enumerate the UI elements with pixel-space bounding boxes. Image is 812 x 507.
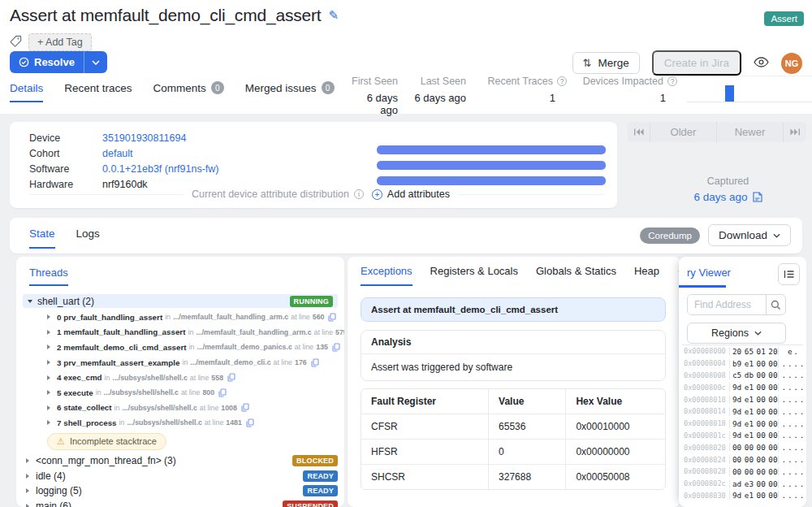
merge-arrows-icon: ⇅ [583, 57, 592, 69]
caret-right-icon[interactable] [47, 344, 50, 349]
thread-row[interactable]: <conn_mgr_mon_thread_fn> (3) BLOCKED [16, 453, 344, 469]
thread-row[interactable]: idle (4) READY [16, 468, 344, 483]
analysis-tabs: Exceptions Registers & Locals Globals & … [361, 265, 679, 286]
stack-frame-row[interactable]: 1 memfault_fault_handling_assert in .../… [16, 325, 344, 340]
tab-merged-issues[interactable]: Merged issues 0 [245, 81, 335, 102]
threads-title[interactable]: Threads [29, 266, 68, 286]
edit-title-icon[interactable]: ✎ [328, 8, 339, 23]
copy-address-icon[interactable] [241, 403, 249, 412]
tab-heap[interactable]: Heap [634, 265, 659, 286]
stack-frame-row[interactable]: 4 exec_cmd in .../subsys/shell/shell.c a… [16, 370, 344, 385]
tab-logs[interactable]: Logs [76, 228, 100, 249]
memory-hex-bytes: 00 00 00 00 [729, 455, 778, 464]
memory-hex-table[interactable]: 0x00008000 20 65 01 20 e. 0x00008004 b9 … [682, 344, 803, 501]
memory-address: 0x00008008 [682, 371, 729, 379]
stack-frame-row[interactable]: 2 memfault_demo_cli_cmd_assert in .../me… [16, 340, 344, 355]
caret-right-icon[interactable] [47, 330, 50, 335]
tab-details[interactable]: Details [10, 82, 43, 102]
devices-impacted-help-icon[interactable]: ? [667, 76, 677, 86]
caret-down-icon[interactable] [28, 300, 32, 303]
caret-right-icon[interactable] [26, 488, 29, 493]
search-button[interactable] [766, 295, 785, 314]
memory-row: 0x0000801c 9d e1 00 00 .... [682, 430, 803, 442]
last-trace-button[interactable] [784, 122, 806, 142]
avatar[interactable]: NG [781, 53, 802, 74]
regions-dropdown[interactable]: Regions [687, 323, 786, 344]
thread-row-shell-uart[interactable]: shell_uart (2) RUNNING [23, 294, 338, 308]
memory-hex-bytes: 00 00 00 00 [729, 443, 778, 452]
stack-frame-row[interactable]: 0 prv_fault_handling_assert in .../memfa… [16, 310, 344, 325]
device-link[interactable]: 351901930811694 [102, 132, 186, 144]
header-actions: ⇅ Merge Create in Jira NG [572, 50, 802, 76]
download-button[interactable]: Download [708, 224, 791, 246]
create-in-jira-button[interactable]: Create in Jira [652, 50, 741, 76]
stack-frame-row[interactable]: 5 execute in .../subsys/shell/shell.c at… [16, 385, 344, 401]
divider [29, 194, 184, 195]
copy-address-icon[interactable] [246, 418, 254, 427]
memory-row: 0x00008024 00 00 00 00 .... [682, 453, 803, 466]
caret-right-icon[interactable] [26, 474, 29, 479]
memory-row: 0x00008018 9d e1 00 00 .... [682, 418, 803, 430]
distribution-info-icon[interactable]: i [354, 189, 364, 199]
find-address-input[interactable] [688, 295, 766, 314]
stack-frame-row[interactable]: 3 prv_memfault_assert_example in .../mem… [16, 355, 344, 370]
recent-traces-chart [687, 76, 812, 102]
caret-right-icon[interactable] [47, 375, 50, 380]
panel-list-icon [784, 270, 794, 279]
recent-traces-help-icon[interactable]: ? [557, 76, 567, 86]
resolve-button[interactable]: Resolve [10, 51, 84, 73]
memory-viewer-title[interactable]: ry Viewer [687, 266, 731, 279]
copy-address-icon[interactable] [227, 373, 235, 382]
fault-register-table: Fault Register Value Hex Value CFSR 6553… [361, 388, 666, 490]
software-link[interactable]: 0.0.1+21eb3f (nrf91ns-fw) [102, 163, 219, 175]
tab-globals-statics[interactable]: Globals & Statics [536, 265, 616, 286]
other-threads: <conn_mgr_mon_thread_fn> (3) BLOCKED idl… [16, 453, 344, 507]
tab-exceptions[interactable]: Exceptions [361, 265, 412, 286]
captured-trace-link[interactable]: 6 days ago [650, 191, 806, 203]
device-row: Device 351901930811694 [29, 130, 219, 145]
resolve-dropdown-caret[interactable] [84, 51, 107, 73]
software-row: Software 0.0.1+21eb3f (nrf91ns-fw) [29, 161, 219, 176]
caret-right-icon[interactable] [47, 405, 50, 410]
caret-right-icon[interactable] [26, 504, 29, 507]
stack-frame-row[interactable]: 7 shell_process in .../subsys/shell/shel… [16, 415, 344, 431]
caret-right-icon[interactable] [47, 360, 50, 365]
first-trace-button[interactable] [628, 122, 650, 142]
caret-right-icon[interactable] [26, 458, 29, 463]
panel-toggle-button[interactable] [778, 263, 800, 285]
merge-button[interactable]: ⇅ Merge [572, 52, 640, 74]
stack-frame-row[interactable]: 6 state_collect in .../subsys/shell/shel… [16, 401, 344, 416]
memory-ascii: .... [778, 479, 806, 488]
watch-eye-icon[interactable] [754, 56, 769, 71]
thread-row[interactable]: logging (5) READY [16, 483, 344, 499]
memory-ascii: e. [778, 347, 806, 356]
newer-button[interactable]: Newer [717, 122, 784, 142]
tab-state[interactable]: State [29, 228, 55, 249]
copy-address-icon[interactable] [328, 313, 336, 322]
add-tag-button[interactable]: + Add Tag [28, 33, 92, 51]
memory-address: 0x00008014 [682, 407, 729, 415]
tab-comments[interactable]: Comments 0 [153, 81, 224, 102]
older-button[interactable]: Older [650, 122, 717, 142]
caret-right-icon[interactable] [47, 420, 50, 425]
caret-right-icon[interactable] [47, 390, 50, 395]
memory-row: 0x0000802c ad e3 00 00 .... [682, 478, 803, 490]
memory-address: 0x0000801c [682, 431, 729, 440]
resolve-split-button[interactable]: Resolve [10, 51, 107, 73]
memory-address: 0x00008020 [682, 444, 729, 452]
cohort-link[interactable]: default [102, 148, 133, 159]
tab-registers-locals[interactable]: Registers & Locals [430, 265, 518, 286]
add-attributes-button[interactable]: + Add attributes [372, 188, 450, 200]
stat-recent-traces: Recent Traces? 1 [476, 76, 567, 104]
copy-address-icon[interactable] [218, 388, 227, 397]
thread-row[interactable]: main (6) SUSPENDED [16, 498, 344, 507]
stat-first-seen: First Seen 6 days ago [349, 76, 398, 116]
tab-recent-traces[interactable]: Recent traces [64, 82, 132, 102]
selected-exception-banner[interactable]: Assert at memfault_demo_cli_cmd_assert [361, 297, 666, 322]
memory-hex-bytes: 20 65 01 20 [729, 347, 778, 356]
copy-address-icon[interactable] [332, 343, 340, 352]
caret-right-icon[interactable] [47, 314, 50, 319]
device-card: Device 351901930811694 Cohort default So… [10, 122, 617, 208]
copy-address-icon[interactable] [311, 358, 319, 367]
memory-row: 0x00008030 9d e1 00 00 .... [682, 490, 803, 502]
